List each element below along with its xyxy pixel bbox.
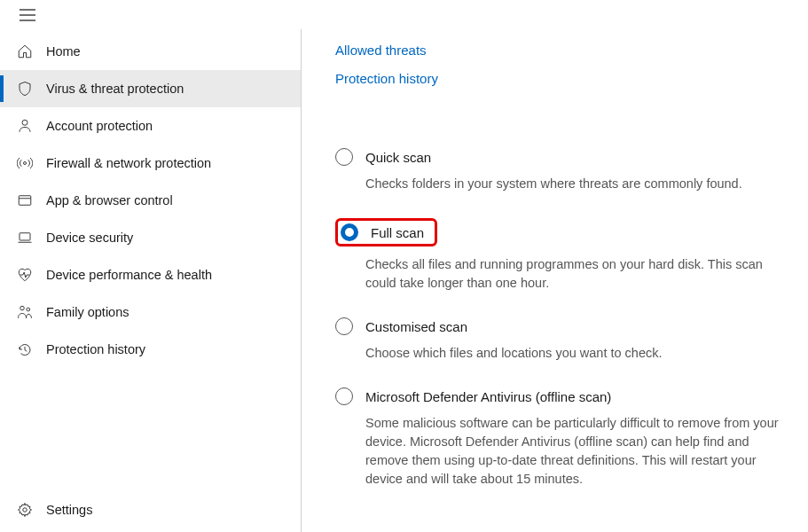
shield-icon [16,80,34,98]
gear-icon [16,501,34,519]
sidebar-item-label: Protection history [46,342,145,356]
svg-rect-7 [20,233,30,240]
heart-icon [16,266,34,284]
sidebar-item-label: Family options [46,305,129,319]
sidebar-item-device-performance[interactable]: Device performance & health [0,256,301,293]
sidebar-item-firewall[interactable]: Firewall & network protection [0,145,301,182]
full-scan-radio[interactable] [341,223,358,241]
option-description: Checks all files and running programmes … [365,255,782,293]
sidebar-item-family[interactable]: Family options [0,293,301,331]
sidebar-item-home[interactable]: Home [0,33,301,70]
history-icon [16,340,34,358]
person-icon [16,117,34,135]
sidebar-item-label: Virus & threat protection [46,82,184,96]
svg-point-3 [22,120,27,125]
sidebar-item-label: Firewall & network protection [46,156,211,170]
scan-option-custom: Customised scan Choose which files and l… [335,317,790,363]
sidebar-item-label: Account protection [46,119,153,133]
scan-option-offline: Microsoft Defender Antivirus (offline sc… [335,387,790,489]
sidebar-item-app-browser[interactable]: App & browser control [0,182,301,219]
svg-point-10 [27,308,30,311]
laptop-icon [16,229,34,246]
hamburger-menu-button[interactable] [0,0,53,29]
svg-point-4 [24,162,27,165]
quick-scan-radio[interactable] [335,148,353,166]
highlight-annotation: Full scan [335,218,437,246]
main-content: Allowed threats Protection history Quick… [302,29,808,532]
svg-point-9 [20,306,25,310]
sidebar-item-virus-threat[interactable]: Virus & threat protection [0,70,301,107]
sidebar-item-label: Device performance & health [46,268,212,282]
sidebar: Home Virus & threat protection Account p… [0,29,302,532]
scan-option-quick: Quick scan Checks folders in your system… [335,148,790,193]
option-description: Checks folders in your system where thre… [365,175,782,193]
sidebar-item-device-security[interactable]: Device security [0,219,301,256]
svg-rect-5 [19,196,31,206]
option-description: Choose which files and locations you wan… [365,344,782,363]
option-title: Quick scan [365,150,431,165]
sidebar-item-label: Home [46,44,81,59]
family-icon [16,303,34,321]
nav-list: Home Virus & threat protection Account p… [0,33,301,491]
svg-point-11 [23,508,27,512]
sidebar-item-label: Device security [46,231,133,245]
sidebar-item-label: App & browser control [46,193,173,207]
option-title: Full scan [371,225,424,240]
window-icon [16,192,34,209]
protection-history-link[interactable]: Protection history [335,65,790,93]
sidebar-item-label: Settings [46,503,92,517]
scan-options-group: Quick scan Checks folders in your system… [335,148,790,489]
option-title: Microsoft Defender Antivirus (offline sc… [365,389,611,404]
sidebar-item-settings[interactable]: Settings [0,491,301,528]
sidebar-item-account[interactable]: Account protection [0,107,301,145]
scan-option-full: Full scan Checks all files and running p… [335,218,790,293]
offline-scan-radio[interactable] [335,387,353,405]
allowed-threats-link[interactable]: Allowed threats [335,36,790,65]
home-icon [16,43,34,60]
sidebar-item-protection-history[interactable]: Protection history [0,331,301,368]
custom-scan-radio[interactable] [335,317,353,335]
option-title: Customised scan [365,319,467,334]
option-description: Some malicious software can be particula… [365,414,782,489]
antenna-icon [16,154,34,172]
